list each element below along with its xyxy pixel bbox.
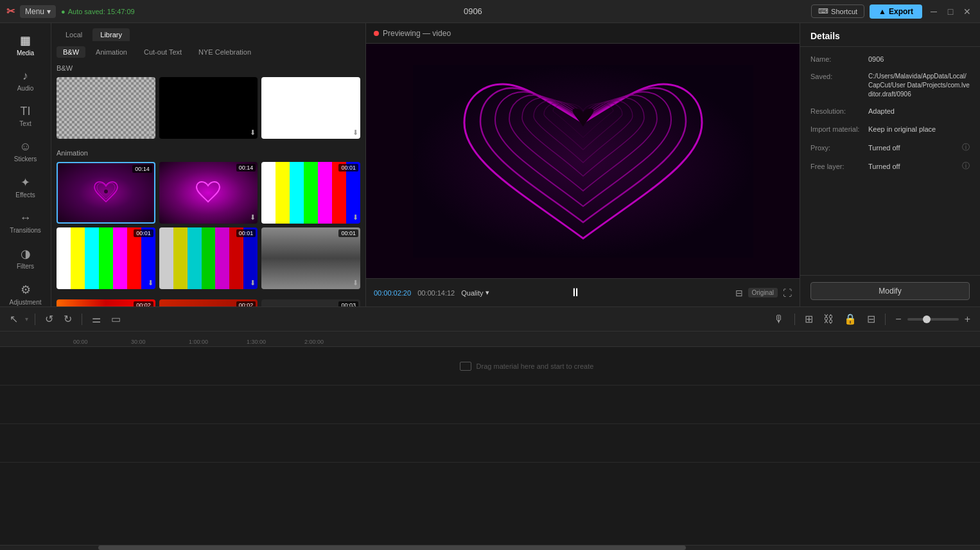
import-value: Keep in original place <box>868 125 970 134</box>
content-panel: Local Library B&W Animation Cut-out Text… <box>51 23 365 306</box>
sidebar-item-text[interactable]: TI Text <box>3 100 48 132</box>
download-icon-1[interactable]: ⬇ <box>148 129 153 137</box>
subtab-nye[interactable]: NYE Celebration <box>192 46 258 58</box>
ruler-marks: 00:00 30:00 1:00:00 1:30:00 2:00:00 <box>73 332 980 346</box>
time-total: 00:00:14:12 <box>417 289 455 297</box>
sidebar-item-effects[interactable]: ✦ Effects <box>3 170 48 204</box>
redo-button[interactable]: ↻ <box>60 311 75 327</box>
thumb-colorbars3[interactable]: 00:01 ⬇ <box>159 227 258 289</box>
sidebar-item-adjustment[interactable]: ⚙ Adjustment <box>3 278 48 306</box>
track-area-3[interactable] <box>73 424 980 462</box>
export-label: Export <box>889 7 913 16</box>
thumb-orange[interactable]: 00:02 <box>57 299 155 306</box>
thumb-unknown[interactable]: 00:03 <box>261 299 360 306</box>
thumb-red[interactable]: 00:02 <box>159 299 258 306</box>
detail-freelayer: Free layer: Turned off ⓘ <box>810 161 970 172</box>
split-button[interactable]: ⚌ <box>89 311 104 327</box>
ruler-label-0: 00:00 <box>73 339 131 346</box>
preview-controls: 00:00:02:20 00:00:14:12 Quality ▾ ⏸ ⊟ Or… <box>366 278 800 306</box>
sidebar-label-filters: Filters <box>17 263 34 270</box>
thumb-heart1[interactable]: 00:14 <box>57 162 155 224</box>
layout-button[interactable]: ⊟ <box>864 311 879 327</box>
lock-button[interactable]: 🔒 <box>841 311 860 327</box>
track-area-main[interactable]: Drag material here and start to create <box>73 347 980 385</box>
heart2-svg <box>195 181 221 204</box>
modify-button[interactable]: Modify <box>810 282 970 300</box>
timeline-ruler: 00:00 30:00 1:00:00 1:30:00 2:00:00 <box>0 332 980 347</box>
adjustment-icon: ⚙ <box>21 283 31 297</box>
freelayer-info-icon[interactable]: ⓘ <box>962 161 970 172</box>
zoom-in-button[interactable]: + <box>961 312 974 327</box>
ruler-label-2: 1:00:00 <box>189 339 247 346</box>
download-icon-heart2[interactable]: ⬇ <box>250 213 256 222</box>
quality-button[interactable]: Quality ▾ <box>461 288 489 297</box>
animation-section-header: Animation <box>57 149 360 157</box>
snap-button[interactable]: ⊞ <box>801 311 816 327</box>
zoom-out-button[interactable]: − <box>892 312 904 327</box>
sidebar-item-media[interactable]: ▦ Media <box>3 28 48 62</box>
filters-icon: ◑ <box>21 247 31 261</box>
preview-header: Previewing — video <box>366 23 800 44</box>
drag-hint-text: Drag material here and start to create <box>477 362 594 370</box>
thumb-time-heart1: 00:14 <box>132 165 152 173</box>
minimize-button[interactable]: ─ <box>927 6 940 17</box>
compare-button[interactable]: ⊟ <box>735 288 743 298</box>
maximize-button[interactable]: □ <box>944 6 957 17</box>
proxy-info-icon[interactable]: ⓘ <box>962 142 970 153</box>
zoom-slider[interactable] <box>907 318 959 321</box>
thumb-time-red: 00:02 <box>236 301 256 306</box>
download-icon-cb4[interactable]: ⬇ <box>353 279 358 287</box>
download-icon-2[interactable]: ⬇ <box>250 129 256 137</box>
name-label: Name: <box>810 55 868 64</box>
thumb-white[interactable]: ⬇ <box>261 77 360 139</box>
svg-rect-1 <box>413 65 753 258</box>
sidebar-label-transitions: Transitions <box>10 227 41 234</box>
thumb-black[interactable]: ⬇ <box>159 77 258 139</box>
library-content: B&W Animation Cut-out Text NYE Celebrati… <box>51 41 365 306</box>
thumb-checker[interactable]: ⬇ <box>57 77 155 139</box>
resolution-label: Resolution: <box>810 107 868 116</box>
transitions-icon: ↔ <box>20 211 31 225</box>
thumb-colorbars1[interactable]: 00:01 ⬇ <box>261 162 360 224</box>
thumb-colorbars4[interactable]: 00:01 ⬇ <box>261 227 360 289</box>
pause-button[interactable]: ⏸ <box>570 286 581 299</box>
ruler-mark-4: 2:00:00 <box>304 339 362 346</box>
shortcut-button[interactable]: ⌨ Shortcut <box>811 4 864 18</box>
topbar: ✂ Menu ▾ ● Auto saved: 15:47:09 0906 ⌨ S… <box>0 0 980 23</box>
microphone-button[interactable]: 🎙 <box>770 312 788 327</box>
detail-resolution: Resolution: Adapted <box>810 107 970 116</box>
sidebar-label-audio: Audio <box>17 85 34 92</box>
subtab-bw[interactable]: B&W <box>57 46 85 58</box>
link-button[interactable]: ⛓ <box>820 312 837 327</box>
thumb-colorbars2[interactable]: 00:01 ⬇ <box>57 227 155 289</box>
sidebar-nav: ▦ Media ♪ Audio TI Text ☺ Stickers ✦ Eff… <box>0 23 51 306</box>
sidebar-item-audio[interactable]: ♪ Audio <box>3 64 48 97</box>
preview-dot <box>374 31 379 36</box>
tab-library[interactable]: Library <box>92 28 130 41</box>
sidebar-item-stickers[interactable]: ☺ Stickers <box>3 135 48 168</box>
track-area-2[interactable] <box>73 386 980 423</box>
subtab-animation[interactable]: Animation <box>89 46 134 58</box>
undo-button[interactable]: ↺ <box>42 311 57 327</box>
export-button[interactable]: ▲ Export <box>870 4 922 19</box>
download-icon-3[interactable]: ⬇ <box>353 129 358 137</box>
download-icon-cb1[interactable]: ⬇ <box>353 213 358 222</box>
scrollbar-thumb <box>98 546 687 550</box>
download-icon-cb2[interactable]: ⬇ <box>148 279 153 287</box>
subtab-cutout[interactable]: Cut-out Text <box>137 46 188 58</box>
capcut-logo: ✂ <box>6 5 15 17</box>
download-icon-cb3[interactable]: ⬇ <box>250 279 256 287</box>
sidebar-label-effects: Effects <box>15 191 35 199</box>
toolbar-divider-1 <box>35 314 35 325</box>
ruler-label-1: 30:00 <box>131 339 189 346</box>
sidebar-item-filters[interactable]: ◑ Filters <box>3 242 48 275</box>
timeline-scrollbar[interactable] <box>0 545 980 550</box>
close-button[interactable]: ✕ <box>961 6 974 17</box>
fullscreen-button[interactable]: ⛶ <box>783 288 792 298</box>
sidebar-item-transitions[interactable]: ↔ Transitions <box>3 206 48 239</box>
cursor-tool[interactable]: ↖ <box>6 311 21 327</box>
menu-button[interactable]: Menu ▾ <box>20 5 56 18</box>
thumb-heart2[interactable]: 00:14 ⬇ <box>159 162 258 224</box>
delete-button[interactable]: ▭ <box>108 311 124 327</box>
tab-local[interactable]: Local <box>58 28 90 41</box>
